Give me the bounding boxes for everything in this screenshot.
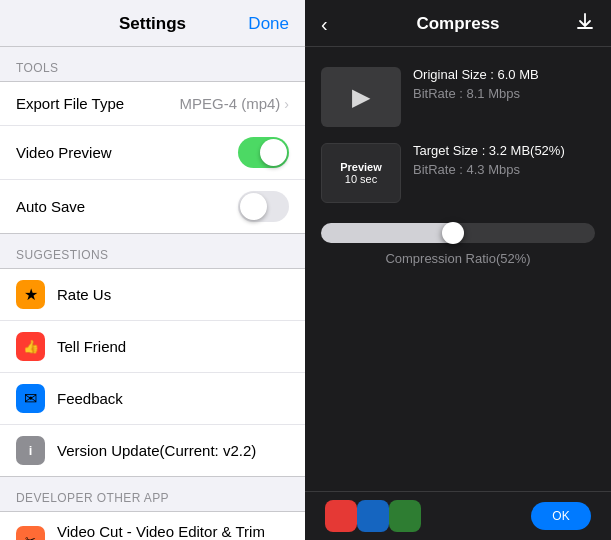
suggestions-list: ★ Rate Us 👍 Tell Friend ✉ Feedback i Ver…	[0, 268, 305, 477]
target-bitrate-label: BitRate : 4.3 Mbps	[413, 162, 595, 177]
target-size-label: Target Size : 3.2 MB(52%)	[413, 143, 595, 158]
feedback-icon: ✉	[16, 384, 45, 413]
original-video-info: Original Size : 6.0 MB BitRate : 8.1 Mbp…	[413, 67, 595, 101]
compress-content: ▶ Original Size : 6.0 MB BitRate : 8.1 M…	[305, 47, 611, 491]
bottom-app-icon-3[interactable]	[389, 500, 421, 532]
tools-list: Export File Type MPEG-4 (mp4) › Video Pr…	[0, 81, 305, 234]
original-size-label: Original Size : 6.0 MB	[413, 67, 595, 82]
version-update-row[interactable]: i Version Update(Current: v2.2)	[0, 425, 305, 476]
export-file-type-row[interactable]: Export File Type MPEG-4 (mp4) ›	[0, 82, 305, 126]
settings-title: Settings	[119, 14, 186, 34]
tools-section-label: TOOLS	[0, 47, 305, 81]
bottom-blue-button[interactable]: OK	[531, 502, 591, 530]
target-video-section: Preview 10 sec Target Size : 3.2 MB(52%)…	[321, 143, 595, 203]
version-update-icon: i	[16, 436, 45, 465]
tell-friend-row[interactable]: 👍 Tell Friend	[0, 321, 305, 373]
settings-panel: Settings Done TOOLS Export File Type MPE…	[0, 0, 305, 540]
done-button[interactable]: Done	[248, 14, 289, 34]
settings-scroll: TOOLS Export File Type MPEG-4 (mp4) › Vi…	[0, 47, 305, 540]
feedback-row[interactable]: ✉ Feedback	[0, 373, 305, 425]
auto-save-toggle[interactable]	[238, 191, 289, 222]
preview-sublabel: 10 sec	[345, 173, 377, 185]
compress-title: Compress	[416, 14, 499, 34]
suggestions-section-label: SUGGESTIONS	[0, 234, 305, 268]
original-bitrate-label: BitRate : 8.1 Mbps	[413, 86, 595, 101]
bottom-bar: OK	[305, 491, 611, 540]
preview-thumbnail: Preview 10 sec	[321, 143, 401, 203]
video-preview-toggle[interactable]	[238, 137, 289, 168]
compression-slider-container: Compression Ratio(52%)	[321, 223, 595, 266]
video-preview-label: Video Preview	[16, 144, 238, 161]
auto-save-label: Auto Save	[16, 198, 238, 215]
export-file-type-label: Export File Type	[16, 95, 179, 112]
auto-save-toggle-knob	[240, 193, 267, 220]
video-preview-row: Video Preview	[0, 126, 305, 180]
tell-friend-label: Tell Friend	[57, 338, 289, 355]
play-icon: ▶	[352, 83, 370, 111]
version-update-label: Version Update(Current: v2.2)	[57, 442, 289, 459]
export-chevron-icon: ›	[284, 96, 289, 112]
rate-us-row[interactable]: ★ Rate Us	[0, 269, 305, 321]
target-video-info: Target Size : 3.2 MB(52%) BitRate : 4.3 …	[413, 143, 595, 177]
compress-panel: ‹ Compress ▶ Original Size : 6.0 MB BitR…	[305, 0, 611, 540]
bottom-app-icon-1[interactable]	[325, 500, 357, 532]
compress-header: ‹ Compress	[305, 0, 611, 47]
back-button[interactable]: ‹	[321, 13, 328, 36]
compression-ratio-label: Compression Ratio(52%)	[321, 251, 595, 266]
export-file-type-value: MPEG-4 (mp4)	[179, 95, 280, 112]
original-video-section: ▶ Original Size : 6.0 MB BitRate : 8.1 M…	[321, 67, 595, 127]
original-video-thumbnail: ▶	[321, 67, 401, 127]
download-button[interactable]	[575, 12, 595, 37]
developer-section-label: DEVELOPER OTHER APP	[0, 477, 305, 511]
video-cut-label: Video Cut - Video Editor & Trim Video	[57, 523, 289, 540]
auto-save-row: Auto Save	[0, 180, 305, 233]
preview-label: Preview	[340, 161, 382, 173]
video-cut-row[interactable]: ✂ Video Cut - Video Editor & Trim Video	[0, 512, 305, 540]
tell-friend-icon: 👍	[16, 332, 45, 361]
rate-us-label: Rate Us	[57, 286, 289, 303]
rate-us-icon: ★	[16, 280, 45, 309]
bottom-button-label: OK	[552, 509, 569, 523]
settings-header: Settings Done	[0, 0, 305, 47]
feedback-label: Feedback	[57, 390, 289, 407]
bottom-app-icon-2[interactable]	[357, 500, 389, 532]
toggle-knob	[260, 139, 287, 166]
developer-list: ✂ Video Cut - Video Editor & Trim Video …	[0, 511, 305, 540]
compression-slider-track	[321, 223, 595, 243]
compression-slider-thumb[interactable]	[442, 222, 464, 244]
video-cut-icon: ✂	[16, 526, 45, 541]
